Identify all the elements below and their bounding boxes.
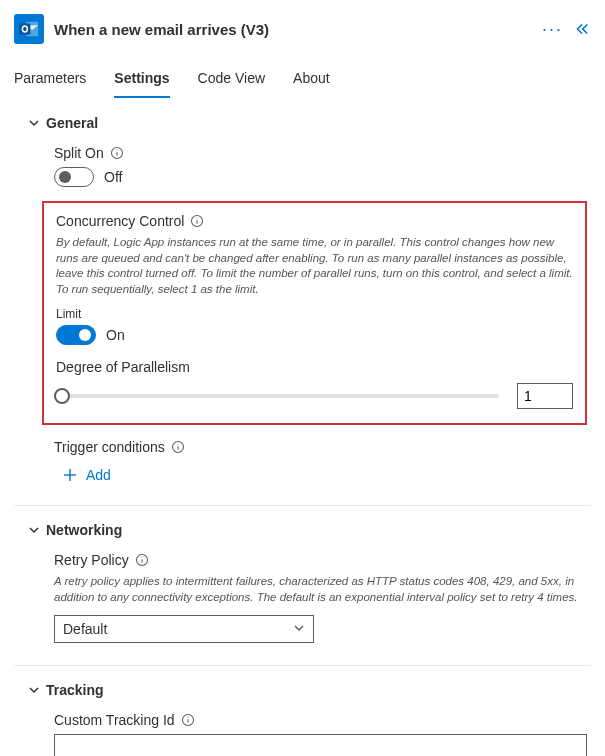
add-label: Add xyxy=(86,467,111,483)
slider-thumb[interactable] xyxy=(54,388,70,404)
limit-label: Limit xyxy=(56,307,573,321)
section-networking-header[interactable]: Networking xyxy=(14,522,591,538)
retry-policy-selected: Default xyxy=(63,621,107,637)
info-icon[interactable] xyxy=(171,440,185,454)
section-general-header[interactable]: General xyxy=(14,115,591,131)
field-split-on: Split On Off xyxy=(54,145,587,187)
trigger-conditions-label: Trigger conditions xyxy=(54,439,165,455)
add-trigger-condition-button[interactable]: Add xyxy=(54,461,587,483)
section-tracking: Tracking Custom Tracking Id xyxy=(14,666,591,756)
info-icon[interactable] xyxy=(110,146,124,160)
concurrency-description: By default, Logic App instances run at t… xyxy=(56,235,573,297)
svg-rect-1 xyxy=(19,24,30,35)
split-on-toggle[interactable] xyxy=(54,167,94,187)
outlook-icon xyxy=(14,14,44,44)
chevron-down-icon xyxy=(28,524,40,536)
section-tracking-title: Tracking xyxy=(46,682,104,698)
svg-point-19 xyxy=(187,717,188,718)
tab-settings[interactable]: Settings xyxy=(114,64,169,98)
svg-point-5 xyxy=(116,150,117,151)
limit-toggle[interactable] xyxy=(56,325,96,345)
field-trigger-conditions: Trigger conditions Add xyxy=(54,439,587,483)
concurrency-control-box: Concurrency Control By default, Logic Ap… xyxy=(42,201,587,425)
collapse-panel-button[interactable] xyxy=(573,20,591,38)
svg-point-8 xyxy=(197,218,198,219)
tab-parameters[interactable]: Parameters xyxy=(14,64,86,98)
tab-about[interactable]: About xyxy=(293,64,330,98)
section-networking-title: Networking xyxy=(46,522,122,538)
info-icon[interactable] xyxy=(181,713,195,727)
dop-label: Degree of Parallelism xyxy=(56,359,573,375)
section-tracking-header[interactable]: Tracking xyxy=(14,682,591,698)
concurrency-label: Concurrency Control xyxy=(56,213,184,229)
retry-policy-label: Retry Policy xyxy=(54,552,129,568)
svg-point-11 xyxy=(177,444,178,445)
info-icon[interactable] xyxy=(190,214,204,228)
chevron-down-icon xyxy=(28,684,40,696)
limit-state: On xyxy=(106,327,125,343)
panel-header: When a new email arrives (V3) ··· xyxy=(14,10,591,54)
chevron-down-icon xyxy=(28,117,40,129)
dop-slider[interactable] xyxy=(56,394,499,398)
more-actions-button[interactable]: ··· xyxy=(542,19,563,40)
dop-value-input[interactable] xyxy=(517,383,573,409)
retry-policy-description: A retry policy applies to intermittent f… xyxy=(54,574,587,605)
custom-tracking-id-label: Custom Tracking Id xyxy=(54,712,175,728)
chevron-down-icon xyxy=(293,621,305,637)
retry-policy-select[interactable]: Default xyxy=(54,615,314,643)
field-retry-policy: Retry Policy A retry policy applies to i… xyxy=(54,552,587,643)
trigger-title: When a new email arrives (V3) xyxy=(54,21,532,38)
custom-tracking-id-input[interactable] xyxy=(54,734,587,756)
section-networking: Networking Retry Policy A retry policy a… xyxy=(14,506,591,666)
info-icon[interactable] xyxy=(135,553,149,567)
tab-code-view[interactable]: Code View xyxy=(198,64,265,98)
svg-point-16 xyxy=(141,557,142,558)
split-on-label: Split On xyxy=(54,145,104,161)
field-custom-tracking-id: Custom Tracking Id xyxy=(54,712,587,756)
section-general: General Split On Off Concurrency xyxy=(14,99,591,506)
section-general-title: General xyxy=(46,115,98,131)
split-on-state: Off xyxy=(104,169,122,185)
tab-list: Parameters Settings Code View About xyxy=(14,64,591,99)
